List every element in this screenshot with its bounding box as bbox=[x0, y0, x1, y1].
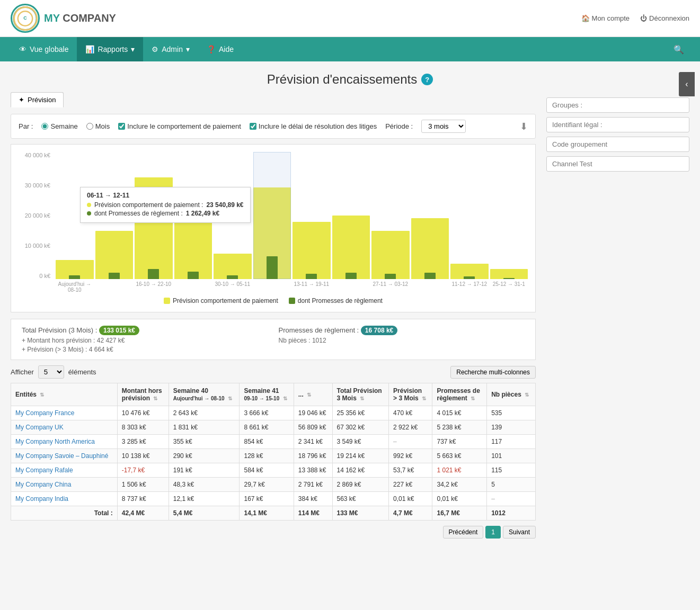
nav-vue-globale[interactable]: 👁 Vue globale bbox=[11, 37, 77, 61]
chart-bar-group-10[interactable] bbox=[450, 152, 489, 279]
legend-dot-yellow bbox=[164, 298, 170, 304]
radio-semaine[interactable] bbox=[41, 123, 48, 130]
gear-icon: ⚙ bbox=[152, 45, 158, 53]
nav-rapports[interactable]: 📊 Rapports ▾ bbox=[77, 37, 143, 61]
checkbox-comportement-label[interactable]: Inclure le comportement de paiement bbox=[118, 122, 241, 130]
cell-total-4: 14 162 k€ bbox=[332, 463, 389, 478]
total-dots: 114 M€ bbox=[294, 506, 332, 521]
x-label-5 bbox=[253, 281, 291, 293]
chart-bar-group-5[interactable] bbox=[253, 152, 291, 279]
table-header: Entités ⇅ Montant horsprévision ⇅ Semain… bbox=[11, 383, 536, 406]
total-promesses: 16,7 M€ bbox=[432, 506, 487, 521]
checkbox-comportement[interactable] bbox=[118, 123, 125, 130]
cell-dots-2: 2 341 k€ bbox=[294, 435, 332, 449]
cell-total-2: 3 549 k€ bbox=[332, 435, 389, 449]
radio-mois[interactable] bbox=[86, 123, 93, 130]
filter-code-input[interactable] bbox=[546, 137, 689, 152]
total-montant: 42,4 M€ bbox=[117, 506, 169, 521]
bar-yellow-7 bbox=[332, 216, 370, 279]
summary-left: Total Prévision (3 Mois) : 133 015 k€ + … bbox=[22, 326, 268, 353]
chart-bar-group-6[interactable] bbox=[293, 152, 331, 279]
cell-entity-0[interactable]: My Company France bbox=[11, 406, 118, 420]
cell-entity-3[interactable]: My Company Savoie – Dauphiné bbox=[11, 449, 118, 463]
cell-promesses-4[interactable]: 1 021 k€ bbox=[432, 463, 487, 478]
cell-promesses-5: 34,2 k€ bbox=[432, 478, 487, 492]
table-controls: Afficher 5 10 25 éléments Recherche mult… bbox=[11, 365, 536, 379]
mon-compte-link[interactable]: 🏠 Mon compte bbox=[581, 14, 630, 22]
table-row: My Company India 8 737 k€ 12,1 k€ 167 k€… bbox=[11, 492, 536, 506]
periode-select[interactable]: 1 mois3 mois6 mois12 mois bbox=[421, 120, 466, 133]
table-row: My Company Rafale -17,7 k€ 191 k€ 584 k€… bbox=[11, 463, 536, 478]
col-promesses: Promesses derèglement ⇅ bbox=[432, 383, 487, 406]
nav-aide[interactable]: ❓ Aide bbox=[198, 37, 242, 61]
cell-dots-3: 18 796 k€ bbox=[294, 449, 332, 463]
filter-channel-input[interactable] bbox=[546, 156, 689, 172]
filter-code bbox=[546, 137, 689, 152]
total-row: Total : 42,4 M€ 5,4 M€ 14,1 M€ 114 M€ 13… bbox=[11, 506, 536, 521]
cell-promesses-3: 5 663 k€ bbox=[432, 449, 487, 463]
cell-promesses-1: 5 238 k€ bbox=[432, 420, 487, 435]
cell-entity-1[interactable]: My Company UK bbox=[11, 420, 118, 435]
download-button[interactable]: ⬇ bbox=[520, 121, 528, 132]
cell-entity-4[interactable]: My Company Rafale bbox=[11, 463, 118, 478]
filter-identifiant-input[interactable] bbox=[546, 117, 689, 132]
entity-link-4[interactable]: My Company Rafale bbox=[15, 467, 73, 474]
total-s40: 5,4 M€ bbox=[169, 506, 240, 521]
cell-dots-6: 384 k€ bbox=[294, 492, 332, 506]
cell-montant-4: -17,7 k€ bbox=[117, 463, 169, 478]
summary-right: Promesses de règlement : 16 708 k€ Nb pi… bbox=[279, 326, 525, 344]
cell-prev3m-3: 992 k€ bbox=[389, 449, 432, 463]
summary-prev-line: + Prévision (> 3 Mois) : 4 664 k€ bbox=[22, 346, 268, 353]
nav-bar: 👁 Vue globale 📊 Rapports ▾ ⚙ Admin ▾ ❓ A… bbox=[0, 37, 700, 61]
y-label-10k: 10 000 k€ bbox=[19, 243, 50, 249]
chart-bar-group-7[interactable] bbox=[332, 152, 370, 279]
bar-green-0 bbox=[69, 275, 80, 279]
summary-nb-line: Nb pièces : 1012 bbox=[279, 337, 525, 344]
cell-entity-5[interactable]: My Company China bbox=[11, 478, 118, 492]
bar-yellow-8 bbox=[371, 231, 410, 279]
cell-prev3m-0: 470 k€ bbox=[389, 406, 432, 420]
chart-bar-group-9[interactable] bbox=[411, 152, 449, 279]
tab-prevision[interactable]: ✦ Prévision bbox=[11, 92, 64, 107]
help-icon[interactable]: ? bbox=[421, 74, 433, 85]
chart-bar-group-8[interactable] bbox=[371, 152, 410, 279]
entity-link-2[interactable]: My Company North America bbox=[15, 438, 95, 445]
next-button[interactable]: Suivant bbox=[503, 526, 536, 539]
table-row: My Company Savoie – Dauphiné 10 138 k€ 2… bbox=[11, 449, 536, 463]
nav-admin[interactable]: ⚙ Admin ▾ bbox=[143, 37, 198, 61]
cell-prev3m-5: 227 k€ bbox=[389, 478, 432, 492]
bar-yellow-9 bbox=[411, 218, 449, 279]
prev-button[interactable]: Précédent bbox=[443, 526, 484, 539]
entity-link-5[interactable]: My Company China bbox=[15, 481, 71, 488]
bar-green-11 bbox=[503, 278, 515, 279]
chart-bar-group-11[interactable] bbox=[490, 152, 528, 279]
collapse-button[interactable]: ‹ bbox=[679, 72, 695, 96]
crosshair-icon: ✦ bbox=[19, 96, 24, 104]
deconnexion-link[interactable]: ⏻ Déconnexion bbox=[640, 14, 689, 22]
x-label-3 bbox=[174, 281, 212, 293]
tooltip-row1: Prévision comportement de paiement : 23 … bbox=[87, 201, 244, 209]
page-1-button[interactable]: 1 bbox=[485, 526, 501, 539]
search-icon[interactable]: 🔍 bbox=[668, 44, 689, 55]
cell-s41-6: 167 k€ bbox=[240, 492, 294, 506]
col-entites: Entités ⇅ bbox=[11, 383, 118, 406]
filter-groupes-input[interactable] bbox=[546, 97, 689, 113]
dropdown-arrow-admin: ▾ bbox=[186, 45, 190, 53]
cell-entity-6[interactable]: My Company India bbox=[11, 492, 118, 506]
radio-mois-label[interactable]: Mois bbox=[86, 122, 110, 130]
afficher-select[interactable]: 5 10 25 bbox=[38, 365, 64, 379]
entity-link-6[interactable]: My Company India bbox=[15, 495, 68, 503]
total-s41: 14,1 M€ bbox=[240, 506, 294, 521]
entity-link-3[interactable]: My Company Savoie – Dauphiné bbox=[15, 452, 108, 460]
filter-identifiant bbox=[546, 117, 689, 132]
checkbox-delai-label[interactable]: Inclure le délai de résolution des litig… bbox=[250, 122, 377, 130]
radio-semaine-label[interactable]: Semaine bbox=[41, 122, 77, 130]
cell-entity-2[interactable]: My Company North America bbox=[11, 435, 118, 449]
search-multi-button[interactable]: Recherche multi-colonnes bbox=[450, 366, 536, 379]
entity-link-1[interactable]: My Company UK bbox=[15, 424, 64, 431]
bar-green-10 bbox=[464, 276, 475, 279]
cell-s41-2: 854 k€ bbox=[240, 435, 294, 449]
entity-link-0[interactable]: My Company France bbox=[15, 409, 74, 417]
checkbox-delai[interactable] bbox=[250, 123, 256, 130]
table-row: My Company UK 8 303 k€ 1 831 k€ 8 661 k€… bbox=[11, 420, 536, 435]
